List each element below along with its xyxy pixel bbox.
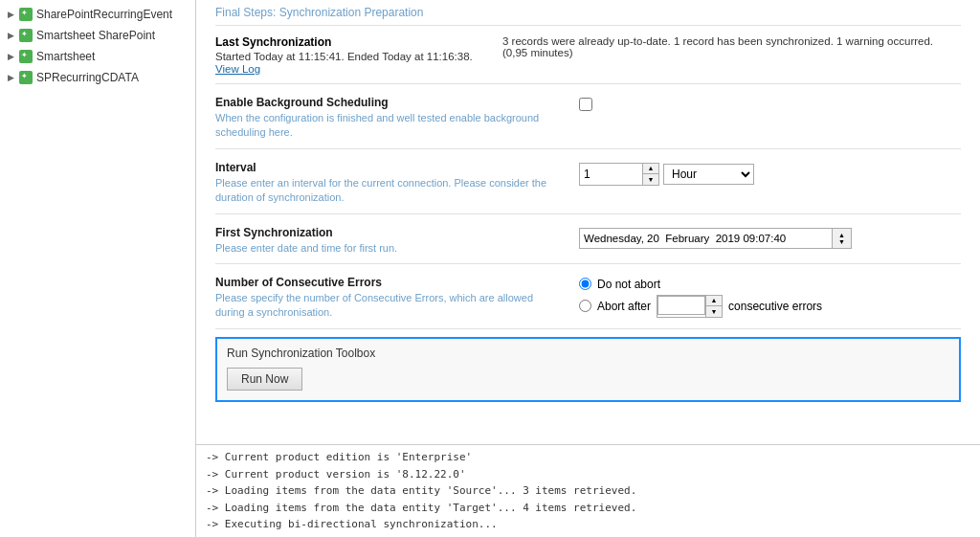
last-sync-title: Last Synchronization bbox=[215, 35, 483, 49]
enable-bg-checkbox[interactable] bbox=[579, 98, 592, 111]
toolbox-section: Run Synchronization Toolbox Run Now bbox=[215, 337, 961, 402]
first-sync-left: First Synchronization Please enter date … bbox=[215, 226, 560, 256]
sharepoint-recurring-icon bbox=[19, 8, 33, 21]
enable-bg-left: Enable Background Scheduling When the co… bbox=[215, 96, 560, 141]
smartsheet-icon bbox=[19, 50, 33, 63]
last-sync-result: 3 records were already up-to-date. 1 rec… bbox=[502, 35, 961, 58]
view-log-link[interactable]: View Log bbox=[215, 63, 260, 75]
interval-input-group: ▲ ▼ Minute Hour Day Week bbox=[579, 163, 754, 186]
sidebar-item-sprecurring[interactable]: ▶ SPRecurringCDATA bbox=[0, 67, 195, 88]
do-not-abort-row: Do not abort bbox=[579, 278, 822, 291]
toolbox-title: Run Synchronization Toolbox bbox=[227, 347, 949, 360]
sidebar-item-label: Smartsheet SharePoint bbox=[36, 29, 155, 42]
interval-up-btn[interactable]: ▲ bbox=[643, 164, 658, 174]
enable-bg-title: Enable Background Scheduling bbox=[215, 96, 560, 109]
interval-right: ▲ ▼ Minute Hour Day Week bbox=[579, 161, 961, 186]
consecutive-number-input[interactable] bbox=[657, 296, 705, 315]
first-sync-desc: Please enter date and time for first run… bbox=[215, 241, 560, 256]
do-not-abort-radio[interactable] bbox=[579, 278, 591, 290]
main-content: Final Steps: Synchronization Preparation… bbox=[196, 0, 980, 537]
interval-down-btn[interactable]: ▼ bbox=[643, 174, 658, 185]
log-line: -> Executing bi-directional synchronizat… bbox=[206, 516, 970, 533]
smartsheet-sp-icon bbox=[19, 29, 33, 42]
abort-after-label: Abort after bbox=[597, 300, 651, 313]
consecutive-number-wrapper: ▲ ▼ bbox=[657, 295, 723, 318]
interval-title: Interval bbox=[215, 161, 560, 174]
final-steps-text: Final Steps: Synchronization Preparation bbox=[215, 6, 423, 19]
sprecurring-icon bbox=[19, 71, 33, 84]
consecutive-errors-right: Do not abort Abort after ▲ ▼ bbox=[579, 276, 961, 318]
run-now-button[interactable]: Run Now bbox=[227, 368, 302, 391]
interval-left: Interval Please enter an interval for th… bbox=[215, 161, 560, 206]
log-line: -> Loading items from the data entity 'S… bbox=[206, 482, 970, 500]
interval-spinner: ▲ ▼ bbox=[642, 164, 658, 185]
log-line: -> Current product version is '8.12.22.0… bbox=[206, 466, 970, 483]
sidebar-item-label: SharePointRecurringEvent bbox=[36, 8, 172, 21]
enable-bg-right bbox=[579, 96, 961, 111]
first-sync-row: First Synchronization Please enter date … bbox=[215, 226, 961, 256]
interval-number-wrapper: ▲ ▼ bbox=[579, 163, 659, 186]
sidebar-item-smartsheet-sharepoint[interactable]: ▶ Smartsheet SharePoint bbox=[0, 25, 195, 46]
last-sync-row: Last Synchronization Started Today at 11… bbox=[215, 35, 961, 76]
enable-bg-row: Enable Background Scheduling When the co… bbox=[215, 96, 961, 141]
content-area: Final Steps: Synchronization Preparation… bbox=[196, 0, 980, 444]
last-sync-detail: Started Today at 11:15:41. Ended Today a… bbox=[215, 51, 483, 62]
date-input-wrapper: ▲ ▼ bbox=[579, 228, 852, 249]
date-picker-btn[interactable]: ▲ ▼ bbox=[832, 229, 851, 248]
radio-group: Do not abort Abort after ▲ ▼ bbox=[579, 278, 822, 318]
abort-after-row: Abort after ▲ ▼ consecutive errors bbox=[579, 295, 822, 318]
first-sync-section: First Synchronization Please enter date … bbox=[215, 214, 961, 264]
sidebar-item-sharepoint-recurring[interactable]: ▶ SharePointRecurringEvent bbox=[0, 4, 195, 25]
interval-section: Interval Please enter an interval for th… bbox=[215, 149, 961, 214]
enable-bg-section: Enable Background Scheduling When the co… bbox=[215, 84, 961, 149]
consecutive-errors-title: Number of Consecutive Errors bbox=[215, 276, 560, 289]
first-sync-right: ▲ ▼ bbox=[579, 226, 961, 249]
expand-arrow-icon4: ▶ bbox=[8, 73, 17, 82]
consecutive-errors-section: Number of Consecutive Errors Please spec… bbox=[215, 264, 961, 329]
consecutive-up-btn[interactable]: ▲ bbox=[706, 296, 722, 306]
do-not-abort-label: Do not abort bbox=[597, 278, 660, 291]
first-sync-title: First Synchronization bbox=[215, 226, 560, 239]
last-sync-section: Last Synchronization Started Today at 11… bbox=[215, 26, 961, 84]
last-sync-left: Last Synchronization Started Today at 11… bbox=[215, 35, 483, 76]
sidebar-item-label: Smartsheet bbox=[36, 50, 95, 63]
sidebar-item-smartsheet[interactable]: ▶ Smartsheet bbox=[0, 46, 195, 67]
interval-row: Interval Please enter an interval for th… bbox=[215, 161, 961, 206]
interval-desc: Please enter an interval for the current… bbox=[215, 176, 560, 206]
abort-after-radio[interactable] bbox=[579, 300, 591, 312]
log-line: -> Current product edition is 'Enterpris… bbox=[206, 449, 970, 466]
expand-arrow-icon: ▶ bbox=[8, 10, 17, 19]
log-line: -> Loading items from the data entity 'T… bbox=[206, 500, 970, 517]
consecutive-errors-row: Number of Consecutive Errors Please spec… bbox=[215, 276, 961, 321]
expand-arrow-icon3: ▶ bbox=[8, 52, 17, 61]
final-steps-header: Final Steps: Synchronization Preparation bbox=[215, 0, 961, 26]
sidebar: ▶ SharePointRecurringEvent ▶ Smartsheet … bbox=[0, 0, 196, 537]
consecutive-errors-left: Number of Consecutive Errors Please spec… bbox=[215, 276, 560, 321]
date-input[interactable] bbox=[580, 231, 832, 246]
consecutive-spinner: ▲ ▼ bbox=[705, 296, 722, 317]
enable-bg-desc: When the configuration is finished and w… bbox=[215, 111, 560, 141]
sidebar-item-label: SPRecurringCDATA bbox=[36, 71, 139, 84]
interval-number-input[interactable] bbox=[580, 164, 642, 185]
consecutive-errors-desc: Please specify the number of Consecutive… bbox=[215, 291, 560, 321]
interval-unit-select[interactable]: Minute Hour Day Week bbox=[663, 164, 754, 185]
consecutive-down-btn[interactable]: ▼ bbox=[706, 306, 722, 317]
consecutive-errors-label: consecutive errors bbox=[728, 300, 822, 313]
log-output: -> Current product edition is 'Enterpris… bbox=[196, 444, 980, 537]
expand-arrow-icon2: ▶ bbox=[8, 31, 17, 40]
